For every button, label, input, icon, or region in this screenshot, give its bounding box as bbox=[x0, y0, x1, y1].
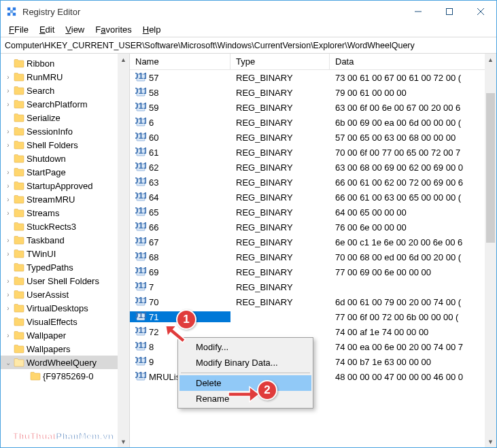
registry-value-row[interactable]: 0117REG_BINARY bbox=[130, 279, 496, 294]
folder-icon bbox=[13, 180, 25, 191]
tree-item-label: Wallpapers bbox=[27, 344, 71, 354]
caret-icon[interactable]: › bbox=[3, 87, 13, 94]
caret-icon[interactable]: › bbox=[3, 101, 13, 108]
registry-value-row[interactable]: 01168REG_BINARY70 00 68 00 ed 00 6d 00 2… bbox=[130, 249, 496, 264]
tree-item[interactable]: Ribbon bbox=[1, 56, 129, 70]
caret-icon[interactable]: › bbox=[3, 196, 13, 203]
tree-item[interactable]: ›TWinUI bbox=[1, 247, 129, 260]
tree-item-label: StuckRects3 bbox=[27, 222, 76, 232]
column-type[interactable]: Type bbox=[230, 54, 330, 69]
scroll-down-icon[interactable]: ▼ bbox=[485, 436, 496, 447]
svg-text:011: 011 bbox=[135, 296, 146, 305]
binary-icon: 011 bbox=[135, 207, 146, 218]
tree-item-label: StartPage bbox=[27, 167, 66, 177]
tree-item[interactable]: ›StartPage bbox=[1, 165, 129, 179]
registry-value-row[interactable]: 0116REG_BINARY6b 00 69 00 ea 00 6d 00 00… bbox=[130, 115, 496, 130]
folder-icon bbox=[13, 112, 25, 123]
tree-item[interactable]: ›StartupApproved bbox=[1, 179, 129, 192]
caret-icon[interactable]: › bbox=[3, 209, 13, 217]
tree-item[interactable]: ›VirtualDesktops bbox=[1, 301, 129, 315]
registry-value-row[interactable]: 01164REG_BINARY66 00 61 00 63 00 65 00 0… bbox=[130, 190, 496, 205]
tree-item-label: TWinUI bbox=[27, 249, 56, 259]
tree-item-label: UserAssist bbox=[27, 290, 69, 300]
caret-icon[interactable]: › bbox=[3, 305, 13, 312]
scroll-down-icon[interactable]: ▼ bbox=[118, 436, 129, 447]
tree-item[interactable]: ›UserAssist bbox=[1, 288, 129, 301]
caret-icon[interactable]: › bbox=[3, 182, 13, 190]
caret-icon[interactable]: › bbox=[3, 277, 13, 285]
tree-item[interactable]: ›Streams bbox=[1, 206, 129, 220]
minimize-button[interactable] bbox=[402, 1, 434, 22]
registry-value-row[interactable]: 01159REG_BINARY63 00 6f 00 6e 00 67 00 2… bbox=[130, 100, 496, 115]
svg-text:011: 011 bbox=[135, 326, 146, 335]
svg-text:011: 011 bbox=[135, 266, 146, 275]
registry-value-row[interactable]: 01166REG_BINARY76 00 6e 00 00 00 bbox=[130, 220, 496, 235]
registry-value-row[interactable]: 01162REG_BINARY63 00 68 00 69 00 62 00 6… bbox=[130, 160, 496, 175]
menu-favorites[interactable]: Favorites bbox=[90, 23, 137, 36]
value-data: 6e 00 c1 1e 6e 00 20 00 6e 00 6 bbox=[330, 237, 496, 247]
registry-value-row[interactable]: 01163REG_BINARY66 00 61 00 62 00 72 00 6… bbox=[130, 175, 496, 190]
column-name[interactable]: Name bbox=[130, 54, 230, 69]
list-scrollbar[interactable]: ▲ ▼ bbox=[485, 54, 496, 447]
caret-icon[interactable]: › bbox=[3, 250, 13, 258]
tree-item[interactable]: VisualEffects bbox=[1, 315, 129, 328]
scroll-up-icon[interactable]: ▲ bbox=[118, 54, 129, 65]
caret-icon[interactable]: › bbox=[3, 291, 13, 298]
caret-icon[interactable]: ⌄ bbox=[3, 359, 13, 366]
binary-icon: 011 bbox=[135, 117, 146, 128]
menu-help[interactable]: Help bbox=[137, 23, 167, 36]
tree-item[interactable]: ›StreamMRU bbox=[1, 192, 129, 206]
caret-icon[interactable]: › bbox=[3, 128, 13, 135]
context-modify-binary[interactable]: Modify Binary Data... bbox=[179, 355, 311, 371]
tree-item[interactable]: TypedPaths bbox=[1, 260, 129, 274]
menu-file[interactable]: FFileFile bbox=[3, 23, 34, 36]
address-bar[interactable]: Computer\HKEY_CURRENT_USER\Software\Micr… bbox=[1, 37, 496, 54]
svg-rect-6 bbox=[447, 9, 453, 15]
maximize-button[interactable] bbox=[434, 1, 465, 22]
registry-value-row[interactable]: 01167REG_BINARY6e 00 c1 1e 6e 00 20 00 6… bbox=[130, 235, 496, 249]
close-button[interactable] bbox=[465, 1, 496, 22]
tree-item[interactable]: ›Shell Folders bbox=[1, 138, 129, 152]
tree-item[interactable]: ›Wallpaper bbox=[1, 328, 129, 342]
caret-icon[interactable]: › bbox=[3, 169, 13, 176]
scroll-up-icon[interactable]: ▲ bbox=[485, 54, 496, 65]
svg-rect-2 bbox=[7, 13, 10, 16]
registry-value-row[interactable]: 01161REG_BINARY70 00 6f 00 77 00 65 00 7… bbox=[130, 145, 496, 160]
tree-item[interactable]: ⌄WordWheelQuery bbox=[1, 356, 129, 369]
binary-icon: 011 bbox=[135, 311, 146, 322]
tree-item[interactable]: Serialize bbox=[1, 111, 129, 124]
caret-icon[interactable]: › bbox=[3, 237, 13, 244]
registry-value-row[interactable]: 01158REG_BINARY79 00 61 00 00 00 bbox=[130, 85, 496, 100]
caret-icon[interactable]: › bbox=[3, 332, 13, 339]
tree-scrollbar[interactable]: ▲ ▼ bbox=[118, 54, 129, 447]
context-modify[interactable]: Modify... bbox=[179, 339, 311, 355]
value-name: 01168 bbox=[130, 252, 230, 262]
value-data: 63 00 68 00 69 00 62 00 69 00 0 bbox=[330, 162, 496, 173]
tree-item[interactable]: ›SearchPlatform bbox=[1, 97, 129, 111]
tree-item[interactable]: StuckRects3 bbox=[1, 220, 129, 233]
tree-item[interactable]: ›SessionInfo bbox=[1, 124, 129, 138]
menu-edit[interactable]: Edit bbox=[34, 23, 60, 36]
caret-icon[interactable]: › bbox=[3, 73, 13, 81]
tree-item[interactable]: ›RunMRU bbox=[1, 70, 129, 84]
column-data[interactable]: Data bbox=[330, 54, 496, 69]
caret-icon[interactable]: › bbox=[3, 141, 13, 149]
tree-item[interactable]: ›Taskband bbox=[1, 233, 129, 247]
tree-item[interactable]: Wallpapers bbox=[1, 342, 129, 356]
tree-item[interactable]: Shutdown bbox=[1, 152, 129, 165]
registry-value-row[interactable]: 01170REG_BINARY6d 00 61 00 79 00 20 00 7… bbox=[130, 294, 496, 309]
registry-value-row[interactable]: 01165REG_BINARY64 00 65 00 00 00 bbox=[130, 205, 496, 220]
scroll-thumb[interactable] bbox=[486, 93, 495, 243]
tree-item[interactable]: ›Search bbox=[1, 84, 129, 97]
tree-item[interactable]: ›User Shell Folders bbox=[1, 274, 129, 288]
registry-value-row[interactable]: 01157REG_BINARY73 00 61 00 67 00 61 00 7… bbox=[130, 70, 496, 85]
registry-value-row[interactable]: 01160REG_BINARY57 00 65 00 63 00 68 00 0… bbox=[130, 130, 496, 145]
tree-item-label: Streams bbox=[27, 208, 59, 218]
watermark: ThuThuatPhanMem.vn bbox=[13, 426, 114, 443]
tree-item-label: Shell Folders bbox=[27, 140, 78, 150]
value-name: 01163 bbox=[130, 177, 230, 188]
registry-value-row[interactable]: 01169REG_BINARY77 00 69 00 6e 00 00 00 bbox=[130, 264, 496, 279]
menu-view[interactable]: View bbox=[60, 23, 90, 36]
tree-item[interactable]: {F9785269-0 bbox=[1, 369, 129, 383]
value-data: 64 00 65 00 00 00 bbox=[330, 207, 496, 218]
